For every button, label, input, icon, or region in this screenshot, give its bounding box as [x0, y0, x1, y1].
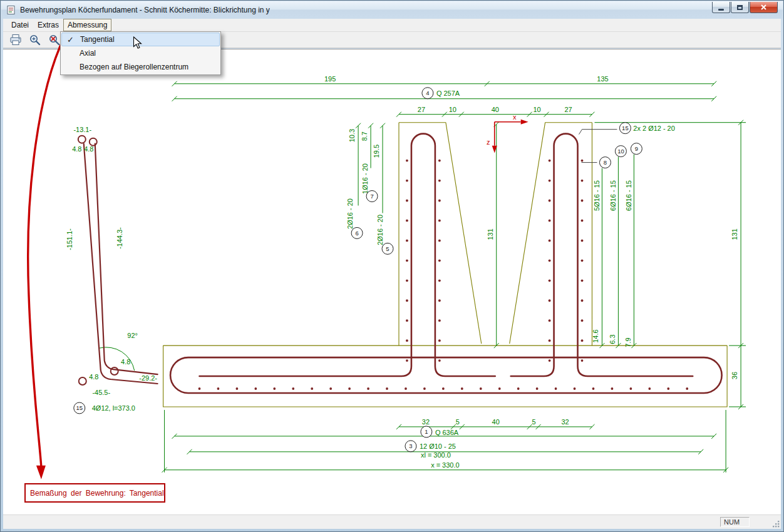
window-controls	[711, 2, 778, 13]
zoom-icon	[29, 34, 41, 46]
num-lock-indicator: NUM	[720, 517, 750, 527]
menu-item-label: Axial	[80, 49, 96, 58]
zoom-cancel-icon	[48, 34, 61, 46]
menu-item-label: Tangential	[80, 35, 115, 44]
close-button[interactable]	[750, 2, 778, 13]
maximize-button[interactable]	[731, 2, 749, 13]
print-button[interactable]	[8, 33, 23, 47]
zoom-button[interactable]	[28, 33, 43, 47]
menubar: Datei Extras Abmessung	[3, 19, 781, 31]
print-icon	[9, 34, 22, 46]
titlebar[interactable]: Bewehrungsplan Köcherfundament - Schnitt…	[1, 1, 783, 19]
close-icon	[760, 4, 767, 11]
minimize-icon	[718, 9, 724, 11]
drawing-canvas[interactable]	[3, 49, 781, 515]
annotation-text: Bemaßung der Bewehrung: Tangential	[30, 489, 164, 498]
minimize-button[interactable]	[712, 2, 730, 13]
menu-datei[interactable]: Datei	[7, 19, 33, 31]
check-icon: ✓	[67, 35, 74, 44]
resize-grip[interactable]	[771, 519, 780, 528]
num-label: NUM	[724, 518, 740, 526]
maximize-icon	[737, 5, 743, 10]
mouse-cursor	[133, 36, 142, 50]
annotation-box: Bemaßung der Bewehrung: Tangential	[24, 483, 165, 503]
window-title: Bewehrungsplan Köcherfundament - Schnitt…	[20, 6, 270, 14]
menu-extras[interactable]: Extras	[33, 19, 63, 31]
menu-item-bezogen[interactable]: Bezogen auf Biegerollenzentrum	[61, 60, 220, 74]
menu-item-label: Bezogen auf Biegerollenzentrum	[80, 63, 188, 71]
app-window: Bewehrungsplan Köcherfundament - Schnitt…	[0, 0, 784, 532]
menu-abmessung[interactable]: Abmessung	[63, 19, 111, 31]
statusbar: NUM	[3, 514, 781, 529]
app-icon	[6, 5, 16, 15]
